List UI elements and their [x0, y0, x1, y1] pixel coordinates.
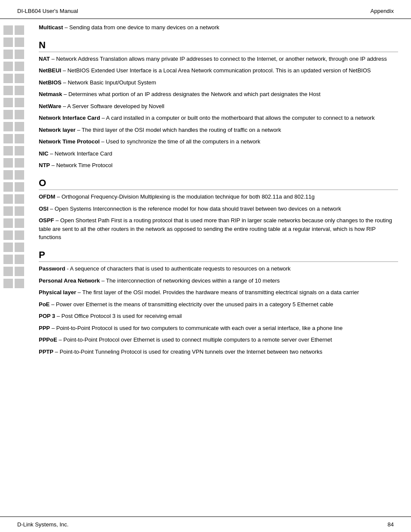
glossary-entry: PPTP – Point-to-Point Tunneling Protocol…	[39, 348, 398, 356]
sidebar-square-left	[3, 122, 13, 131]
entry-term: NAT	[39, 56, 50, 62]
section-p: PPassword - A sequence of characters tha…	[39, 249, 398, 356]
sidebar-square-left	[3, 98, 13, 107]
glossary-entry: Network layer – The third layer of the O…	[39, 126, 398, 134]
sidebar-square-left	[3, 243, 13, 252]
sidebar-square-right	[15, 206, 24, 216]
sidebar-square-left	[3, 37, 13, 47]
glossary-entry: OSI – Open Systems Interconnection is th…	[39, 205, 398, 213]
sidebar-square-left	[3, 86, 13, 95]
glossary-entry: Network Time Protocol – Used to synchron…	[39, 137, 398, 146]
sidebar-block	[0, 122, 34, 131]
multicast-entry: Multicast – Sending data from one device…	[39, 23, 398, 32]
glossary-entry: POP 3 – Post Office Protocol 3 is used f…	[39, 312, 398, 320]
glossary-entry: Physical layer – The first layer of the …	[39, 288, 398, 297]
footer-right: 84	[388, 521, 394, 528]
sidebar-square-right	[15, 122, 24, 131]
entry-definition: – A card installed in a computer or buil…	[100, 115, 374, 121]
glossary-entry: NIC – Network Interface Card	[39, 149, 398, 158]
sidebar-block	[0, 218, 34, 228]
entry-definition: – Determines what portion of an IP addre…	[62, 91, 321, 97]
sidebar-block	[0, 37, 34, 47]
entry-term: NetBIOS	[39, 79, 62, 86]
sidebar-square-left	[3, 218, 13, 228]
entry-definition: – Post Office Protocol 3 is used for rec…	[55, 313, 182, 319]
entry-term: NetWare	[39, 103, 61, 109]
sidebar-square-left	[3, 230, 13, 240]
entry-term: NetBEUI	[39, 67, 61, 74]
header-right: Appendix	[371, 8, 394, 14]
sidebar-block	[0, 182, 34, 192]
sidebar-square-right	[15, 267, 24, 276]
sidebar-square-right	[15, 25, 24, 35]
entry-definition: – Network Interface Card	[48, 150, 112, 157]
entry-term: PPPoE	[39, 336, 57, 343]
footer-left: D-Link Systems, Inc.	[17, 521, 68, 528]
sidebar-square-right	[15, 86, 24, 95]
entry-definition: – Point-to-Point Tunneling Protocol is u…	[53, 348, 322, 355]
sidebar-square-right	[15, 182, 24, 192]
sidebar-square-right	[15, 158, 24, 168]
sidebar-square-left	[3, 110, 13, 119]
glossary-entry: PPP – Point-to-Point Protocol is used fo…	[39, 324, 398, 333]
page: DI-LB604 User's Manual Appendix Multicas…	[0, 0, 411, 532]
entry-term: OSI	[39, 205, 48, 212]
glossary-entry: NetBIOS – Network Basic Input/Output Sys…	[39, 78, 398, 87]
sidebar-square-right	[15, 218, 24, 228]
multicast-term: Multicast	[39, 24, 63, 31]
entry-term: OFDM	[39, 193, 55, 200]
entry-definition: – Orthogonal Frequency-Division Multiple…	[55, 193, 314, 200]
sidebar-block	[0, 206, 34, 216]
sidebar-square-left	[3, 158, 13, 168]
sidebar-square-right	[15, 279, 24, 288]
glossary-entry: NetWare – A Server Software developed by…	[39, 102, 398, 111]
sidebar-square-left	[3, 134, 13, 143]
multicast-def: – Sending data from one device to many d…	[63, 24, 219, 31]
sidebar-square-right	[15, 74, 24, 83]
sidebar-block	[0, 158, 34, 168]
entry-term: Personal Area Network	[39, 277, 100, 284]
section-header-o: O	[39, 177, 398, 190]
entry-term: Netmask	[39, 91, 62, 97]
glossary-entry: Netmask – Determines what portion of an …	[39, 90, 398, 99]
entry-definition: – Power over Ethernet is the means of tr…	[50, 301, 333, 308]
entry-term: NIC	[39, 150, 48, 157]
sidebar-block	[0, 243, 34, 252]
sidebar-block	[0, 86, 34, 95]
glossary-entry: Network Interface Card – A card installe…	[39, 114, 398, 122]
entry-definition: - A sequence of characters that is used …	[65, 265, 290, 272]
sidebar-square-right	[15, 230, 24, 240]
footer: D-Link Systems, Inc. 84	[0, 516, 411, 532]
glossary-entry: OSPF – Open Shortest Path First is a rou…	[39, 216, 398, 242]
sidebar-block	[0, 25, 34, 35]
sidebar-block	[0, 110, 34, 119]
sidebar-block	[0, 194, 34, 204]
sidebar-square-left	[3, 182, 13, 192]
sidebar-square-right	[15, 170, 24, 180]
section-letter: N	[39, 40, 46, 50]
entry-definition: – The third layer of the OSI model which…	[75, 127, 281, 133]
sidebar-square-right	[15, 146, 24, 156]
sidebar-block	[0, 98, 34, 107]
entry-term: PoE	[39, 301, 50, 308]
glossary-entry: PoE – Power over Ethernet is the means o…	[39, 300, 398, 309]
entry-definition: – Network Address Translation allows man…	[50, 56, 387, 62]
entry-term: Network Time Protocol	[39, 138, 100, 145]
sidebar-block	[0, 255, 34, 264]
entry-definition: – The interconnection of networking devi…	[100, 277, 280, 284]
sidebar-block	[0, 74, 34, 83]
entry-term: PPTP	[39, 348, 53, 355]
entry-definition: – Open Shortest Path First is a routing …	[39, 217, 392, 240]
sidebar-block	[0, 279, 34, 288]
entry-definition: – Open Systems Interconnection is the re…	[48, 205, 341, 212]
sidebar-block	[0, 62, 34, 71]
glossary-entry: NAT – Network Address Translation allows…	[39, 55, 398, 63]
header-left: DI-LB604 User's Manual	[17, 8, 78, 14]
entry-definition: – Used to synchronize the time of all th…	[100, 138, 260, 145]
entry-definition: – Point-to-Point Protocol over Ethernet …	[57, 336, 332, 343]
sidebar	[0, 23, 34, 516]
sidebar-square-left	[3, 146, 13, 156]
entry-definition: – A Server Software developed by Novell	[61, 103, 164, 109]
sidebar-square-left	[3, 206, 13, 216]
section-header-p: P	[39, 249, 398, 262]
